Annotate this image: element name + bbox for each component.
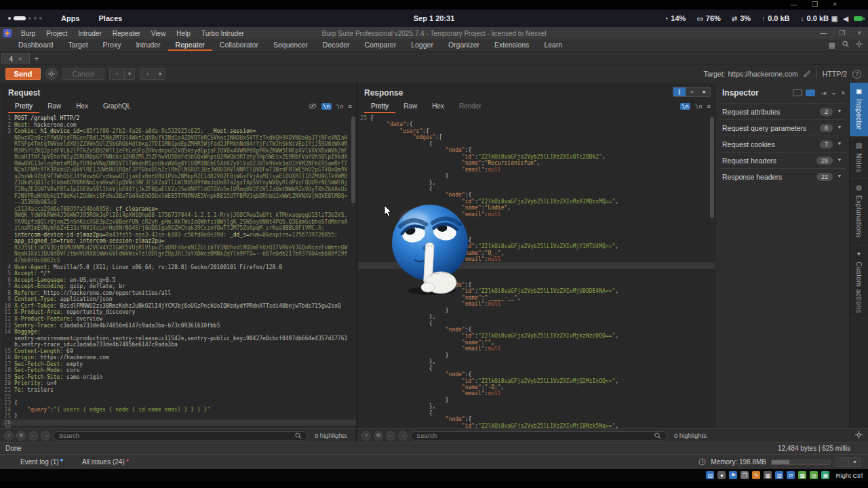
- response-search-input[interactable]: Search: [410, 431, 667, 441]
- menu-help[interactable]: Help: [171, 30, 196, 37]
- editor-menu-icon[interactable]: ≡: [349, 103, 352, 110]
- system-indicator[interactable]: ↑0.0 kB: [762, 14, 789, 22]
- close-tab-icon[interactable]: ×: [18, 56, 22, 62]
- tab-target[interactable]: Target: [60, 39, 95, 51]
- layout-columns-icon[interactable]: ║: [673, 87, 686, 96]
- show-newlines-icon[interactable]: \n: [680, 103, 690, 110]
- request-scrollbar[interactable]: [351, 117, 355, 203]
- inspector-section-request-headers[interactable]: Request headers29▼: [719, 152, 845, 168]
- request-editor[interactable]: 1POST /graphql HTTP/22Host: hackerone.co…: [2, 115, 356, 428]
- vm-status-icon[interactable]: ▣: [821, 471, 829, 479]
- system-indicator[interactable]: ⇄3%: [732, 14, 751, 22]
- system-indicator[interactable]: ▭76%: [696, 14, 720, 22]
- volume-icon[interactable]: ◀: [843, 15, 848, 22]
- close-inspector-icon[interactable]: ×: [841, 89, 845, 97]
- expand-all-icon[interactable]: ÷: [832, 89, 836, 97]
- display-icon[interactable]: ▣: [831, 15, 837, 22]
- search-help-icon[interactable]: ?: [4, 431, 14, 441]
- menu-view[interactable]: View: [146, 30, 172, 37]
- tab-learn[interactable]: Learn: [536, 39, 570, 51]
- collapse-all-icon[interactable]: ⇥: [821, 89, 826, 97]
- side-tab-explanations[interactable]: ◍Explanations: [850, 179, 868, 245]
- chevron-down-icon[interactable]: ▾: [848, 458, 861, 466]
- edit-target-pencil-icon[interactable]: [804, 70, 811, 79]
- repeater-tab-4[interactable]: 4 ×: [1, 53, 30, 64]
- search-icon[interactable]: [842, 41, 849, 49]
- vm-close-button[interactable]: ×: [833, 0, 837, 9]
- vm-status-icon[interactable]: ⇄: [787, 471, 795, 479]
- tab-repeater[interactable]: Repeater: [168, 39, 212, 51]
- tab-pretty[interactable]: Pretty: [364, 102, 395, 113]
- send-button[interactable]: Send: [5, 68, 41, 80]
- tab-logger[interactable]: Logger: [403, 39, 441, 51]
- add-tab-button[interactable]: +: [30, 53, 43, 64]
- side-tab-notes[interactable]: ▤Notes: [850, 137, 868, 180]
- tab-graphql[interactable]: GraphQL: [96, 102, 138, 113]
- show-newlines-icon[interactable]: \n: [321, 103, 332, 110]
- inspector-section-request-query-parameters[interactable]: Request query parameters0▼: [719, 119, 845, 136]
- search-next-icon[interactable]: →: [41, 431, 50, 441]
- vm-status-icon[interactable]: ◍: [810, 471, 818, 479]
- forward-caret-icon[interactable]: ▾: [155, 68, 165, 79]
- tab-sequencer[interactable]: Sequencer: [266, 39, 315, 51]
- tab-dashboard[interactable]: Dashboard: [11, 39, 60, 51]
- request-search-input[interactable]: Search: [53, 431, 308, 441]
- vm-status-icon[interactable]: ●: [717, 471, 726, 479]
- side-tab-inspector[interactable]: ▣Inspector: [850, 83, 868, 137]
- search-settings-gear-icon[interactable]: ⚙: [16, 431, 26, 441]
- search-prev-icon[interactable]: ←: [28, 431, 38, 441]
- apps-menu[interactable]: Apps: [52, 14, 90, 22]
- vm-status-icon[interactable]: ⚑: [729, 471, 737, 479]
- help-icon[interactable]: ?: [852, 70, 861, 79]
- hide-nonprintable-eye-icon[interactable]: [309, 103, 317, 110]
- vm-status-icon[interactable]: ❐: [741, 471, 749, 479]
- tab-collaborator[interactable]: Collaborator: [212, 39, 266, 51]
- forward-icon[interactable]: ›: [140, 68, 155, 79]
- tab-render[interactable]: Render: [452, 102, 488, 113]
- layout-single-icon[interactable]: ■: [698, 87, 710, 96]
- places-menu[interactable]: Places: [90, 14, 132, 22]
- wrap-lines-icon[interactable]: \n: [695, 103, 703, 110]
- wrap-lines-icon[interactable]: \n: [336, 103, 344, 110]
- layout-rows-icon[interactable]: ≡: [686, 87, 698, 96]
- menu-project[interactable]: Project: [41, 30, 73, 37]
- response-scrollbar[interactable]: [710, 117, 714, 218]
- search-settings-gear-icon[interactable]: ⚙: [374, 431, 383, 441]
- tab-decoder[interactable]: Decoder: [315, 39, 357, 51]
- back-icon[interactable]: ‹: [110, 68, 125, 79]
- tab-raw[interactable]: Raw: [41, 102, 68, 113]
- tab-organizer[interactable]: Organizer: [441, 39, 487, 51]
- menu-turbo-intruder[interactable]: Turbo Intruder: [196, 30, 250, 37]
- clock[interactable]: Sep 1 20:31: [414, 14, 455, 22]
- target-url[interactable]: https://hackerone.com: [728, 70, 798, 78]
- layout-icon[interactable]: ▦: [829, 41, 835, 49]
- inspector-view-toggle-on[interactable]: [806, 89, 815, 96]
- tab-extensions[interactable]: Extensions: [487, 39, 536, 51]
- vm-status-icon[interactable]: ▩: [798, 471, 806, 479]
- tab-raw[interactable]: Raw: [397, 102, 424, 113]
- burp-restore-button[interactable]: ❐: [839, 27, 845, 39]
- settings-gear-icon[interactable]: [856, 41, 863, 49]
- battery-icon[interactable]: [854, 16, 863, 21]
- inspector-section-request-cookies[interactable]: Request cookies7▼: [719, 136, 845, 152]
- menu-repeater[interactable]: Repeater: [107, 30, 146, 37]
- cancel-button[interactable]: Cancel: [62, 68, 104, 80]
- tab-comparer[interactable]: Comparer: [357, 39, 404, 51]
- vm-status-icon[interactable]: ✎: [752, 471, 760, 479]
- search-next-icon[interactable]: →: [398, 431, 408, 441]
- inspector-section-request-attributes[interactable]: Request attributes2▼: [719, 103, 845, 119]
- history-forward-button[interactable]: › ▾: [140, 68, 165, 80]
- inspector-section-response-headers[interactable]: Response headers22▼: [719, 168, 845, 184]
- back-caret-icon[interactable]: ▾: [125, 68, 134, 79]
- send-settings-gear-icon[interactable]: [45, 68, 58, 80]
- tab-proxy[interactable]: Proxy: [96, 39, 129, 51]
- menu-burp[interactable]: Burp: [16, 30, 41, 37]
- event-log-button[interactable]: Event log (1)■: [20, 458, 62, 466]
- side-tab-custom-actions[interactable]: ✦Custom actions: [850, 245, 868, 320]
- vm-status-icon[interactable]: ▤: [706, 471, 714, 479]
- tab-intruder[interactable]: Intruder: [128, 39, 167, 51]
- tab-hex[interactable]: Hex: [69, 102, 95, 113]
- vm-status-icon[interactable]: ▥: [775, 471, 783, 479]
- inspector-view-toggle-off[interactable]: [793, 89, 802, 96]
- history-back-button[interactable]: ‹ ▾: [109, 68, 135, 80]
